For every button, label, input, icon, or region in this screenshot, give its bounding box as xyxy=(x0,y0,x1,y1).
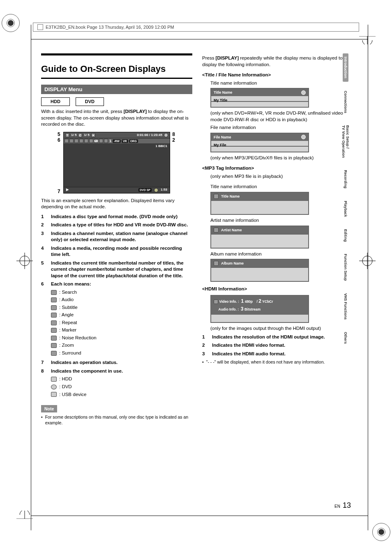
crop-line xyxy=(368,25,368,530)
def-8: Indicates the component in use. xyxy=(51,368,192,375)
mp3-album-label: Album name information xyxy=(210,251,353,258)
osd-mode: DVD SP xyxy=(138,188,152,192)
target-half-icon xyxy=(16,511,33,519)
crop-line xyxy=(31,25,31,530)
hdd-icon xyxy=(51,377,57,382)
disc-icon xyxy=(301,135,306,139)
tag-icon xyxy=(214,194,219,199)
osd-remaining: 1:53 xyxy=(161,188,167,192)
target-half-icon xyxy=(359,36,376,44)
search-icon xyxy=(51,290,57,295)
osd-org: ORG xyxy=(129,139,138,143)
panel-body-empty xyxy=(210,268,309,282)
mp3-title-label: Title name information xyxy=(210,184,353,190)
def-5: Indicates the current title number/total… xyxy=(51,260,192,279)
surround-icon xyxy=(104,139,108,143)
icon-label: : Noise Reduction xyxy=(59,335,97,341)
osd-figure: 5 6 7 8 2 3 4 T 1/ 5 C 1/ 5 ✕ 0:01:00 / … xyxy=(63,132,170,193)
tab-functionsetup[interactable]: Function Setup xyxy=(343,251,348,284)
disc-icon xyxy=(164,133,168,137)
def-2: Indicates a type of titles for HDD and V… xyxy=(51,222,192,228)
repeat-icon xyxy=(51,320,57,325)
panel-head-text: Title Name xyxy=(221,194,240,199)
nr-icon xyxy=(51,336,57,341)
tab-basicsetup[interactable]: Basic Setup / xyxy=(346,122,350,161)
def-4: Indicates a media, recording mode and po… xyxy=(51,245,192,258)
panel-head-text: Artist Name xyxy=(221,228,242,233)
callout-7: 7 xyxy=(58,188,60,195)
side-tabs: Introduction Connections TV View Operati… xyxy=(340,53,351,347)
marker-icon xyxy=(51,328,57,333)
right-intro: Press [DISPLAY] repeatedly while the dis… xyxy=(202,55,353,68)
osd-time: 0:01:00 / 1:23:45 xyxy=(137,133,162,138)
tab-recording[interactable]: Recording xyxy=(343,167,348,192)
surround-icon xyxy=(51,351,57,356)
panel-body-empty xyxy=(210,201,309,215)
osd-format: -RW xyxy=(113,139,121,143)
media-badge-hdd: HDD xyxy=(41,97,70,106)
note-text: •For some descriptions on this manual, o… xyxy=(41,414,192,426)
marker-icon xyxy=(89,139,93,143)
tab-connections[interactable]: Connections xyxy=(343,88,348,117)
hdmi-def-2: Indicates the HDMI video format. xyxy=(212,342,353,349)
tab-tvview[interactable]: TV View Operation xyxy=(341,122,346,161)
section-bar xyxy=(41,53,192,55)
icon-label: : USB device xyxy=(59,391,86,398)
hdmi-note: (only for the images output through the … xyxy=(210,325,353,332)
nr-icon: NR xyxy=(94,139,98,143)
def-3: Indicates a channel number, station name… xyxy=(51,230,192,243)
title-panel: Title Name My Title xyxy=(210,88,309,108)
dvd-icon xyxy=(51,385,57,389)
hdmi-def-3: Indicates the HDMI audio format. xyxy=(212,351,353,357)
tab-others[interactable]: Others xyxy=(343,329,348,347)
file-name-info-label: File name information xyxy=(210,124,353,131)
right-column: Press [DISPLAY] repeatedly while the dis… xyxy=(202,53,353,426)
hdmi-audio-label: Audio Info. : xyxy=(219,307,239,311)
page-title: Guide to On-Screen Displays xyxy=(41,63,192,79)
subhead-hdmi: <HDMI Information> xyxy=(202,286,353,292)
title-panel-note: (only when DVD+RW/+R, VR mode DVD-RW, un… xyxy=(210,110,353,123)
tab-playback[interactable]: Playback xyxy=(343,198,348,220)
subtitle-icon xyxy=(74,139,78,143)
regmark-icon xyxy=(372,523,390,541)
callout-1: 1 xyxy=(109,138,111,143)
tab-editing[interactable]: Editing xyxy=(343,226,348,245)
file-panel: File Name My File xyxy=(210,133,309,152)
panel-head-text: Album Name xyxy=(221,261,244,266)
osd-chapter-count: 1/ 5 xyxy=(84,133,89,138)
hdmi-res: 480p xyxy=(245,299,253,304)
note-label: Note xyxy=(41,405,57,412)
search-icon xyxy=(65,139,69,143)
panel-body-text: My Title xyxy=(210,96,309,102)
zoom-icon xyxy=(51,343,57,348)
hdmi-def-1: Indicates the resolution of the HDMI out… xyxy=(212,334,353,341)
pdf-header-text: E3TK2BD_EN.book Page 13 Thursday, April … xyxy=(46,23,174,31)
hdmi-fmt: YCbCr xyxy=(262,299,273,304)
mp3-artist-panel: Artist Name xyxy=(210,226,309,249)
book-icon xyxy=(37,24,43,30)
subhead-mp3: <MP3 Tag Information> xyxy=(202,165,353,172)
callout-6: 6 xyxy=(58,137,60,143)
panel-body-empty xyxy=(211,315,308,322)
repeat-icon xyxy=(84,139,88,143)
intro-text: With a disc inserted into the unit, pres… xyxy=(41,108,192,128)
hdmi-definitions: Indicates the resolution of the HDMI out… xyxy=(202,334,353,357)
regmark-icon xyxy=(2,14,20,32)
section-heading: DISPLAY Menu xyxy=(41,85,192,94)
left-column: Guide to On-Screen Displays DISPLAY Menu… xyxy=(41,53,192,426)
mp3-album-panel: Album Name xyxy=(210,259,309,282)
tab-introduction[interactable]: Introduction xyxy=(343,53,348,82)
hdmi-dash-note: •"- - -" will be displayed, when it does… xyxy=(202,359,353,365)
subtitle-icon xyxy=(51,305,57,310)
def-1: Indicates a disc type and format mode. (… xyxy=(51,214,192,220)
icon-label: : Repeat xyxy=(59,320,77,326)
icon-label: : Subtitle xyxy=(59,304,78,311)
panel-head-text: Title Name xyxy=(214,90,232,95)
example-note: This is an example screen for explanatio… xyxy=(41,198,192,210)
clock-icon: ✕ xyxy=(91,133,95,137)
osd-vr: VR xyxy=(122,139,128,143)
tab-vhs[interactable]: VHS Functions xyxy=(343,290,348,323)
icon-label: : Zoom xyxy=(59,342,74,349)
callout-2: 2 xyxy=(172,137,175,143)
mp3-note: (only when MP3 file is in playback) xyxy=(210,173,353,180)
